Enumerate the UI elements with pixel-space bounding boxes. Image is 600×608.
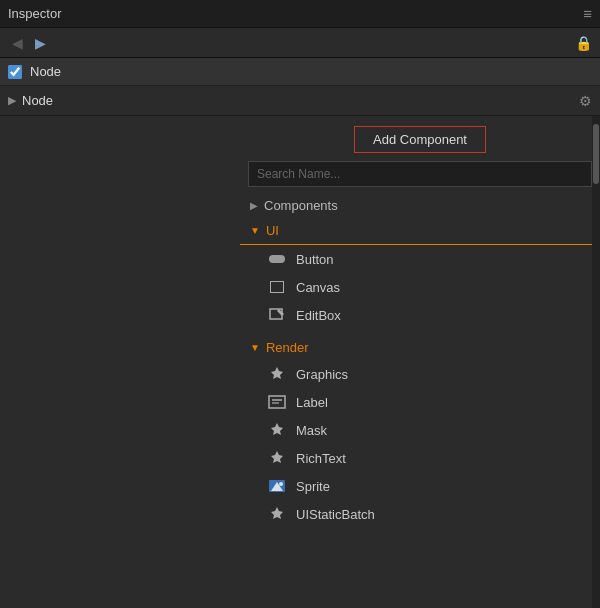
graphics-label: Graphics [296,367,348,382]
label-label: Label [296,395,328,410]
add-component-row: Add Component [240,116,600,161]
uistaticbatch-icon [268,505,286,523]
render-arrow: ▼ [250,342,260,353]
lock-icon[interactable]: 🔒 [575,35,592,51]
title-bar: Inspector ≡ [0,0,600,28]
list-item[interactable]: EditBox [240,301,600,329]
nav-bar: ◀ ▶ 🔒 [0,28,600,58]
label-icon [268,393,286,411]
node-section-left: ▶ Node [8,93,53,108]
richtext-icon [268,449,286,467]
category-ui[interactable]: ▼ UI [240,218,600,245]
list-item[interactable]: Button [240,245,600,273]
list-item[interactable]: UIStaticBatch [240,500,600,528]
ui-label: UI [266,223,279,238]
richtext-label: RichText [296,451,346,466]
title-text: Inspector [8,6,61,21]
svg-rect-1 [269,396,285,408]
render-label: Render [266,340,309,355]
list-item[interactable]: Canvas [240,273,600,301]
list-item[interactable]: RichText [240,444,600,472]
search-input[interactable] [248,161,592,187]
component-list: ▶ Components ▼ UI Button Canvas [240,193,600,608]
sprite-icon [268,477,286,495]
category-components[interactable]: ▶ Components [240,193,600,218]
svg-point-6 [279,482,283,486]
button-label: Button [296,252,334,267]
ui-arrow: ▼ [250,225,260,236]
node-header-row: Node [0,58,600,86]
list-item[interactable]: Sprite [240,472,600,500]
mask-label: Mask [296,423,327,438]
mask-icon [268,421,286,439]
scrollbar-thumb[interactable] [593,124,599,184]
components-label: Components [264,198,338,213]
dropdown-panel: Add Component ▶ Components ▼ UI Button [240,116,600,608]
button-icon [268,250,286,268]
forward-arrow-icon: ▶ [35,35,46,51]
add-component-button[interactable]: Add Component [354,126,486,153]
graphics-icon [268,365,286,383]
node-section-row: ▶ Node ⚙ [0,86,600,116]
nav-arrows: ◀ ▶ [8,33,50,53]
main-content: Add Component ▶ Components ▼ UI Button [0,116,600,608]
node-expand-arrow[interactable]: ▶ [8,94,16,107]
back-button[interactable]: ◀ [8,33,27,53]
uistaticbatch-label: UIStaticBatch [296,507,375,522]
list-item[interactable]: Mask [240,416,600,444]
list-item[interactable]: Graphics [240,360,600,388]
components-arrow: ▶ [250,200,258,211]
node-header-label: Node [30,64,61,79]
forward-button[interactable]: ▶ [31,33,50,53]
canvas-label: Canvas [296,280,340,295]
scrollbar[interactable] [592,116,600,608]
editbox-icon [268,306,286,324]
canvas-icon [268,278,286,296]
node-checkbox[interactable] [8,65,22,79]
category-render[interactable]: ▼ Render [240,335,600,360]
list-item[interactable]: Label [240,388,600,416]
left-panel [0,116,240,608]
node-gear-icon[interactable]: ⚙ [579,93,592,109]
menu-icon[interactable]: ≡ [583,5,592,22]
editbox-label: EditBox [296,308,341,323]
node-section-label: Node [22,93,53,108]
sprite-label: Sprite [296,479,330,494]
back-arrow-icon: ◀ [12,35,23,51]
